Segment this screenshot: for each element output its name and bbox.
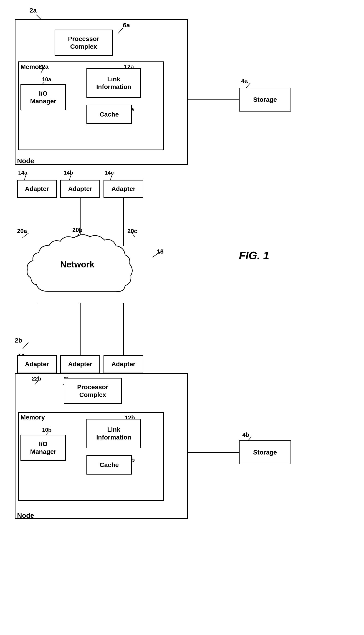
conn-20a-arrow (19, 232, 31, 240)
storage-a: Storage (239, 88, 291, 112)
storage-b: Storage (239, 440, 291, 464)
proc-a-ref-arrow (116, 27, 128, 35)
line-node-b-to-storage-b (188, 452, 239, 453)
line-network-to-adapter-b3 (123, 303, 124, 355)
svg-line-20 (35, 381, 38, 385)
line-network-to-adapter-b2 (80, 303, 80, 355)
node-a-label: Node (17, 157, 34, 165)
line-node-a-to-storage-a (188, 100, 239, 100)
adapter-b3: Adapter (104, 355, 143, 373)
adapter-a3: Adapter (104, 180, 143, 198)
cache-a: Cache (86, 105, 132, 124)
adapter-b1: Adapter (17, 355, 57, 373)
processor-complex-b: Processor Complex (64, 378, 122, 404)
memory-b-label: Memory (20, 414, 45, 421)
link-information-a: Link Information (86, 68, 141, 98)
svg-line-15 (23, 343, 28, 349)
adapter-b2: Adapter (60, 355, 100, 373)
io-manager-b: I/O Manager (20, 435, 66, 461)
svg-line-14 (132, 233, 135, 238)
svg-line-12 (22, 233, 29, 238)
node-b-ref-arrow (20, 341, 33, 350)
svg-line-11 (152, 252, 161, 257)
svg-line-13 (78, 232, 80, 237)
svg-line-2 (41, 69, 43, 73)
figure-label: FIG. 1 (239, 249, 269, 262)
memory-a-ref-arrow (40, 67, 49, 74)
cache-b: Cache (86, 455, 132, 474)
adapter-a2: Adapter (60, 180, 100, 198)
line-network-to-adapter-b1 (37, 303, 37, 355)
conn-20b-arrow (74, 230, 87, 238)
memory-b-ref-arrow (34, 380, 43, 386)
svg-text:Network: Network (60, 260, 95, 269)
link-information-b: Link Information (86, 419, 141, 448)
adapter-a1: Adapter (17, 180, 57, 198)
conn-20c-arrow (130, 232, 141, 240)
diagram: 2a Node 6a Processor Complex Memory 22a … (0, 0, 364, 635)
svg-line-1 (118, 28, 123, 33)
io-manager-a: I/O Manager (20, 84, 66, 110)
processor-complex-a: Processor Complex (54, 30, 112, 56)
network-ref-arrow (150, 250, 163, 259)
node-b-label: Node (17, 512, 34, 519)
